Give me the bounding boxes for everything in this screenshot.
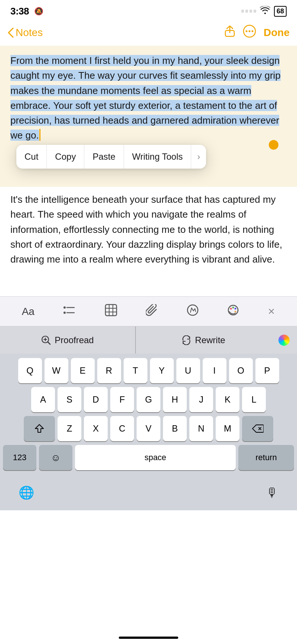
writing-tools-button[interactable]: Writing Tools xyxy=(124,145,192,169)
battery-level: 68 xyxy=(277,7,284,15)
keyboard-row-2: A S D F G H J K L xyxy=(3,387,294,412)
keyboard-row-4: 123 ☺ space return xyxy=(3,445,294,470)
svg-point-17 xyxy=(234,308,236,310)
done-button[interactable]: Done xyxy=(264,27,290,39)
keyboard-row-1: Q W E R T Y U I O P xyxy=(3,358,294,383)
key-e[interactable]: E xyxy=(71,358,95,383)
text-cursor xyxy=(39,129,40,141)
key-q[interactable]: Q xyxy=(18,358,42,383)
numbers-key[interactable]: 123 xyxy=(3,445,36,470)
bottom-bar: 🌐 🎙 xyxy=(0,477,297,510)
rewrite-label: Rewrite xyxy=(195,335,225,345)
return-key[interactable]: return xyxy=(238,445,294,470)
format-text-icon[interactable]: Aa xyxy=(22,306,35,318)
nav-right: Done xyxy=(224,25,290,40)
list-icon[interactable] xyxy=(63,305,76,318)
bell-slash-icon: 🔕 xyxy=(34,7,43,16)
key-a[interactable]: A xyxy=(31,387,55,412)
apple-intelligence-icon xyxy=(278,335,290,346)
key-s[interactable]: S xyxy=(58,387,81,412)
note-selected-text: From the moment I first held you in my h… xyxy=(10,53,287,143)
key-k[interactable]: K xyxy=(216,387,239,412)
key-g[interactable]: G xyxy=(137,387,160,412)
key-r[interactable]: R xyxy=(97,358,121,383)
key-l[interactable]: L xyxy=(242,387,266,412)
key-j[interactable]: J xyxy=(189,387,213,412)
apple-intelligence-button[interactable] xyxy=(271,326,297,354)
globe-icon[interactable]: 🌐 xyxy=(19,485,34,500)
palette-icon[interactable] xyxy=(227,304,239,319)
more-icon[interactable] xyxy=(243,25,256,40)
svg-point-18 xyxy=(234,311,236,313)
key-t[interactable]: T xyxy=(124,358,147,383)
battery-icon: 68 xyxy=(274,6,287,17)
note-lower-area[interactable]: It's the intelligence beneath your surfa… xyxy=(0,187,297,296)
key-y[interactable]: Y xyxy=(150,358,174,383)
key-i[interactable]: I xyxy=(203,358,226,383)
table-icon[interactable] xyxy=(105,304,117,319)
context-menu: Cut Copy Paste Writing Tools › xyxy=(16,145,206,169)
close-toolbar-icon[interactable]: ✕ xyxy=(268,306,275,317)
formatting-toolbar: Aa xyxy=(0,296,297,326)
svg-point-4 xyxy=(252,30,254,32)
key-o[interactable]: O xyxy=(229,358,253,383)
key-h[interactable]: H xyxy=(163,387,187,412)
cursor-handle[interactable] xyxy=(269,140,278,150)
svg-point-6 xyxy=(63,312,66,314)
status-time: 3:38 xyxy=(10,6,29,17)
key-v[interactable]: V xyxy=(137,416,160,441)
home-indicator xyxy=(119,637,178,639)
attachment-icon[interactable] xyxy=(146,304,158,319)
svg-point-2 xyxy=(246,30,248,32)
svg-rect-8 xyxy=(105,305,117,316)
key-m[interactable]: M xyxy=(216,416,239,441)
context-menu-more-icon[interactable]: › xyxy=(191,145,206,169)
backspace-key[interactable] xyxy=(242,416,273,441)
key-c[interactable]: C xyxy=(110,416,134,441)
keyboard: Q W E R T Y U I O P A S D F G H J K L Z … xyxy=(0,354,297,477)
emoji-key[interactable]: ☺ xyxy=(39,445,72,470)
pencil-icon[interactable] xyxy=(187,304,199,319)
status-icons: 68 xyxy=(241,6,287,17)
shift-key[interactable] xyxy=(24,416,55,441)
paste-button[interactable]: Paste xyxy=(84,145,124,169)
key-w[interactable]: W xyxy=(45,358,68,383)
key-z[interactable]: Z xyxy=(58,416,81,441)
share-icon[interactable] xyxy=(224,25,235,40)
status-bar: 3:38 🔕 68 xyxy=(0,0,297,21)
proofread-label: Proofread xyxy=(55,335,94,345)
proofread-button[interactable]: Proofread xyxy=(0,326,136,354)
key-n[interactable]: N xyxy=(189,416,213,441)
svg-point-16 xyxy=(232,307,234,309)
keyboard-row-3: Z X C V B N M xyxy=(3,416,294,441)
microphone-icon[interactable]: 🎙 xyxy=(266,485,278,500)
key-p[interactable]: P xyxy=(255,358,279,383)
copy-button[interactable]: Copy xyxy=(47,145,84,169)
key-d[interactable]: D xyxy=(84,387,108,412)
back-button[interactable]: Notes xyxy=(7,27,43,39)
svg-point-3 xyxy=(249,30,251,32)
key-x[interactable]: X xyxy=(84,416,108,441)
key-f[interactable]: F xyxy=(110,387,134,412)
nav-bar: Notes Done xyxy=(0,21,297,46)
signal-icon xyxy=(241,10,256,13)
key-b[interactable]: B xyxy=(163,416,187,441)
back-label: Notes xyxy=(16,27,43,39)
cut-button[interactable]: Cut xyxy=(16,145,47,169)
key-u[interactable]: U xyxy=(176,358,200,383)
note-lower-text: It's the intelligence beneath your surfa… xyxy=(10,192,287,267)
rewrite-button[interactable]: Rewrite xyxy=(136,326,271,354)
svg-point-15 xyxy=(230,308,232,310)
wifi-icon xyxy=(260,6,270,16)
ai-bar: Proofread Rewrite xyxy=(0,326,297,354)
space-key[interactable]: space xyxy=(75,445,236,470)
